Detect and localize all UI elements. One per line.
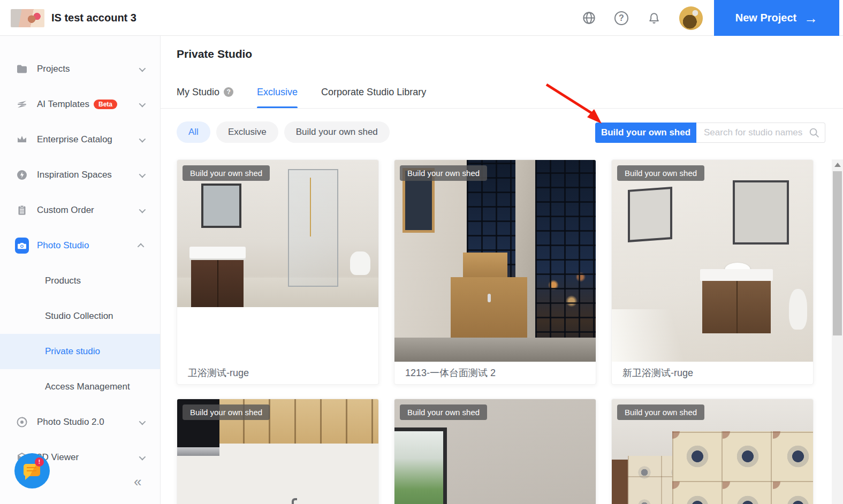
filter-build-your-own-shed[interactable]: Build your own shed: [284, 121, 390, 143]
sidebar-item-label: Studio Collection: [45, 311, 113, 322]
chevron-down-icon: [139, 65, 146, 72]
help-icon[interactable]: ?: [614, 11, 629, 26]
sidebar-item-custom-order[interactable]: Custom Order: [0, 193, 160, 228]
crown-icon: [15, 133, 29, 147]
folder-icon: [15, 62, 29, 76]
scene-shape: [310, 178, 311, 236]
arrow-right-icon: →: [804, 11, 818, 25]
studio-card[interactable]: Build your own shed 新卫浴测试-ruge: [611, 159, 814, 385]
scene-shape: [288, 169, 338, 287]
tab-corporate-studio-library[interactable]: Corporate Studio Library: [321, 83, 426, 109]
card-type-badge: Build your own shed: [400, 404, 487, 420]
scene-shape: [191, 260, 244, 307]
scene-shape: [201, 184, 241, 228]
sidebar-item-label: Access Management: [45, 381, 130, 392]
sidebar-item-label: Projects: [37, 64, 70, 74]
card-type-badge: Build your own shed: [617, 165, 704, 181]
scene-shape: [628, 456, 672, 504]
sidebar-item-label: Inspiration Spaces: [37, 170, 112, 180]
sidebar-item-label: Private studio: [45, 346, 100, 357]
tab-label: Corporate Studio Library: [321, 87, 426, 98]
sidebar: Projects AI Templates Beta Enterprise Ca…: [0, 36, 161, 504]
sidebar-item-studio-collection[interactable]: Studio Collection: [0, 299, 160, 334]
filter-chips: All Exclusive Build your own shed: [177, 121, 390, 143]
filter-exclusive[interactable]: Exclusive: [216, 121, 278, 143]
search-input[interactable]: [696, 123, 825, 143]
bathroom-render: [177, 160, 378, 307]
tab-label: Exclusive: [257, 87, 298, 98]
filter-all[interactable]: All: [177, 121, 210, 143]
question-mark-icon[interactable]: ?: [224, 87, 233, 97]
studio-card[interactable]: Build your own shed: [177, 399, 379, 504]
chat-support-button[interactable]: !: [14, 453, 50, 488]
card-type-badge: Build your own shed: [617, 404, 704, 420]
scene-shape: [350, 251, 370, 275]
scene-shape: [451, 277, 527, 338]
sidebar-item-photo-studio[interactable]: Photo Studio: [0, 228, 160, 263]
sidebar-item-access-management[interactable]: Access Management: [0, 369, 160, 404]
sidebar-menu: Projects AI Templates Beta Enterprise Ca…: [0, 36, 160, 475]
scene-shape: [394, 338, 596, 362]
scene-shape: [612, 460, 628, 504]
bathroom-render: [612, 160, 813, 362]
tab-exclusive[interactable]: Exclusive: [257, 83, 298, 109]
brand: IS test account 3: [11, 0, 136, 36]
toolbar-right: Build your own shed: [595, 123, 825, 143]
sidebar-item-label: Enterprise Catalog: [37, 134, 112, 145]
sidebar-item-projects[interactable]: Projects: [0, 51, 160, 87]
sidebar-item-ai-templates[interactable]: AI Templates Beta: [0, 87, 160, 122]
chevron-down-icon: [139, 100, 146, 107]
search-icon[interactable]: [808, 127, 820, 139]
page-title: Private Studio: [177, 48, 252, 60]
header-actions: ?: [581, 0, 703, 36]
sidebar-item-label: Custom Order: [37, 205, 94, 216]
tab-my-studio[interactable]: My Studio ?: [177, 83, 233, 109]
scene-shape: [700, 269, 772, 281]
sidebar-item-private-studio[interactable]: Private studio: [0, 334, 160, 369]
inspiration-icon: [15, 168, 29, 182]
scene-shape: [628, 187, 672, 242]
sidebar-item-inspiration-spaces[interactable]: Inspiration Spaces: [0, 157, 160, 193]
studio-card[interactable]: Build your own shed: [394, 399, 596, 504]
scene-shape: [672, 431, 813, 504]
workspace-logo[interactable]: [11, 9, 44, 27]
scene-shape: [733, 180, 789, 245]
card-title: 卫浴测试-ruge: [177, 362, 378, 385]
help-glyph: ?: [619, 13, 624, 23]
build-your-own-shed-button[interactable]: Build your own shed: [595, 123, 696, 143]
scroll-up-arrow[interactable]: [834, 163, 841, 167]
sidebar-collapse-button[interactable]: «: [134, 474, 141, 490]
scene-shape: [189, 247, 246, 260]
chevron-down-icon: [139, 171, 146, 178]
disc-icon: [15, 415, 29, 429]
card-type-badge: Build your own shed: [400, 165, 487, 181]
bell-icon[interactable]: [647, 11, 662, 26]
chat-notification-badge: !: [35, 457, 44, 467]
studio-card[interactable]: Build your own shed 卫浴测试-ruge: [177, 159, 379, 385]
sidebar-item-label: Photo Studio 2.0: [37, 417, 104, 427]
card-thumbnail: Build your own shed: [612, 399, 813, 504]
card-title: 新卫浴测试-ruge: [612, 362, 813, 385]
scene-shape: [702, 281, 771, 333]
sidebar-item-photo-studio-2[interactable]: Photo Studio 2.0: [0, 404, 160, 440]
card-thumbnail: Build your own shed: [394, 399, 596, 504]
new-project-label: New Project: [735, 12, 796, 24]
studio-card[interactable]: Build your own shed: [611, 399, 814, 504]
scene-shape: [292, 498, 297, 504]
card-thumbnail: Build your own shed: [177, 399, 378, 504]
globe-icon[interactable]: [581, 11, 596, 26]
sidebar-item-enterprise-catalog[interactable]: Enterprise Catalog: [0, 122, 160, 157]
sidebar-item-products[interactable]: Products: [0, 263, 160, 299]
night-window-render: [394, 160, 596, 362]
vertical-scrollbar[interactable]: [832, 159, 843, 504]
scene-shape: [394, 427, 447, 504]
new-project-button[interactable]: New Project →: [714, 0, 839, 36]
studio-search: [696, 123, 825, 143]
user-avatar[interactable]: [679, 6, 703, 30]
chevron-down-icon: [139, 418, 146, 425]
card-thumbnail: Build your own shed: [394, 160, 596, 362]
card-type-badge: Build your own shed: [183, 165, 270, 181]
studio-card[interactable]: Build your own shed 1213-一体台面测试 2: [394, 159, 596, 385]
scene-shape: [177, 447, 219, 455]
scrollbar-thumb[interactable]: [833, 171, 842, 335]
